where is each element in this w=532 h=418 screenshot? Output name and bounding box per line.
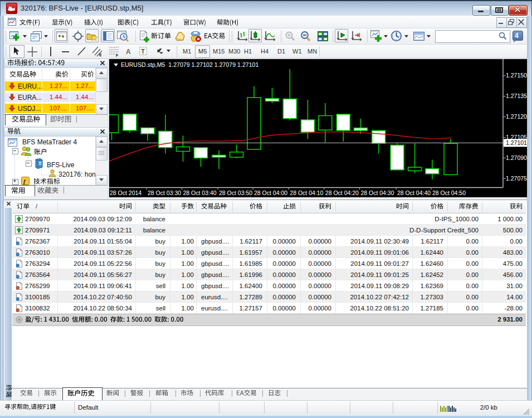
svg-text:1.27101: 1.27101: [506, 139, 527, 146]
svg-text:EURUSD.stp,M5 1.27079 1.27102: EURUSD.stp,M5 1.27079 1.27102 1.27079 1.…: [121, 61, 258, 68]
svg-text:28 Oct 04:00: 28 Oct 04:00: [254, 189, 287, 196]
svg-text:28 Oct 04:50: 28 Oct 04:50: [432, 189, 466, 196]
svg-text:1.27075: 1.27075: [506, 175, 527, 182]
svg-text:28 Oct 03:30: 28 Oct 03:30: [148, 189, 181, 196]
svg-text:1.27135: 1.27135: [506, 93, 527, 99]
svg-text:28 Oct 04:40: 28 Oct 04:40: [397, 189, 431, 196]
svg-text:28 Oct 03:40: 28 Oct 03:40: [183, 189, 217, 196]
svg-text:28 Oct 04:30: 28 Oct 04:30: [360, 189, 394, 196]
svg-text:T: T: [141, 48, 145, 55]
svg-text:28 Oct 2014: 28 Oct 2014: [110, 189, 141, 196]
svg-text:28 Oct 04:10: 28 Oct 04:10: [290, 189, 323, 196]
svg-text:1.27120: 1.27120: [506, 113, 527, 120]
svg-text:F: F: [116, 54, 119, 57]
svg-text:28 Oct 04:20: 28 Oct 04:20: [325, 189, 359, 196]
svg-text:1.27150: 1.27150: [506, 72, 527, 79]
svg-text:1.27090: 1.27090: [506, 154, 527, 161]
svg-text:28 Oct 03:50: 28 Oct 03:50: [219, 189, 252, 196]
svg-text:E: E: [99, 53, 102, 57]
